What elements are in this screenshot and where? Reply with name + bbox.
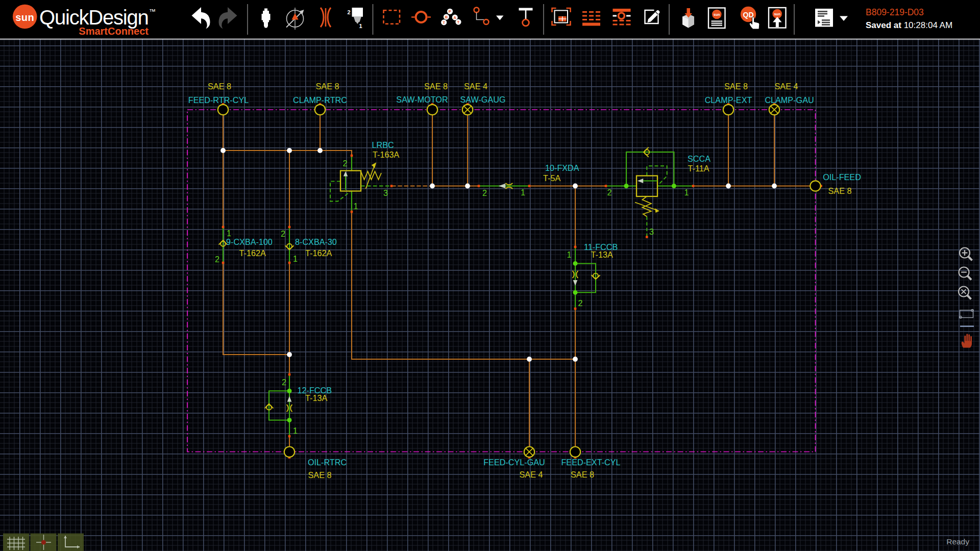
svg-text:2: 2 bbox=[282, 378, 286, 387]
svg-text:OIL-FEED: OIL-FEED bbox=[823, 172, 861, 182]
svg-text:SAE 8: SAE 8 bbox=[208, 82, 231, 91]
svg-text:2: 2 bbox=[215, 255, 219, 264]
svg-text:T-11A: T-11A bbox=[688, 164, 709, 173]
svg-text:OIL-RTRC: OIL-RTRC bbox=[308, 458, 347, 467]
svg-text:CLAMP-GAU: CLAMP-GAU bbox=[765, 95, 814, 105]
svg-text:sun: sun bbox=[15, 12, 34, 23]
svg-text:SAE 4: SAE 4 bbox=[464, 82, 487, 91]
svg-text:SAE 8: SAE 8 bbox=[424, 82, 448, 91]
svg-text:SAE 4: SAE 4 bbox=[775, 82, 798, 91]
svg-text:Ready: Ready bbox=[946, 537, 969, 546]
svg-text:SAE 8: SAE 8 bbox=[828, 186, 852, 195]
svg-text:T: T bbox=[443, 20, 445, 25]
svg-text:2: 2 bbox=[281, 229, 285, 238]
svg-text:SAE 8: SAE 8 bbox=[724, 82, 748, 91]
svg-text:1: 1 bbox=[293, 254, 298, 263]
svg-text:T-162A: T-162A bbox=[239, 248, 266, 258]
svg-text:SAE 8: SAE 8 bbox=[308, 470, 332, 480]
svg-text:SAE 8: SAE 8 bbox=[571, 470, 594, 479]
svg-text:sun: sun bbox=[774, 12, 780, 16]
svg-text:T-13A: T-13A bbox=[591, 250, 613, 259]
svg-text:9-CXBA-100: 9-CXBA-100 bbox=[226, 237, 273, 246]
svg-text:SAE 8: SAE 8 bbox=[316, 82, 339, 91]
svg-text:1: 1 bbox=[521, 188, 525, 197]
svg-text:SmartConnect: SmartConnect bbox=[79, 26, 149, 37]
svg-text:8-CXBA-30: 8-CXBA-30 bbox=[295, 237, 337, 246]
svg-text:2: 2 bbox=[482, 188, 487, 197]
svg-text:2: 2 bbox=[578, 298, 582, 308]
svg-text:T-163A: T-163A bbox=[373, 150, 399, 159]
svg-text:sun: sun bbox=[714, 13, 720, 16]
svg-text:1: 1 bbox=[293, 426, 298, 435]
svg-text:1: 1 bbox=[684, 188, 689, 197]
svg-text:3: 3 bbox=[383, 188, 388, 197]
svg-text:B: B bbox=[445, 15, 448, 19]
svg-text:Saved at 10:28:04 AM: Saved at 10:28:04 AM bbox=[866, 20, 952, 30]
svg-text:CLAMP-RTRC: CLAMP-RTRC bbox=[293, 95, 347, 105]
svg-text:LRBC: LRBC bbox=[372, 140, 394, 149]
svg-text:SAE 4: SAE 4 bbox=[520, 470, 543, 479]
svg-text:T-13A: T-13A bbox=[305, 393, 327, 403]
svg-text:P: P bbox=[449, 9, 452, 14]
svg-text:™: ™ bbox=[149, 8, 156, 15]
svg-text:SAW-GAUG: SAW-GAUG bbox=[460, 95, 505, 104]
svg-text:T: T bbox=[457, 20, 460, 24]
svg-text:10-FXDA: 10-FXDA bbox=[545, 163, 579, 172]
svg-text:1: 1 bbox=[359, 23, 362, 29]
svg-text:CLAMP-EXT: CLAMP-EXT bbox=[705, 95, 752, 105]
svg-text:2: 2 bbox=[342, 159, 347, 168]
svg-text:2: 2 bbox=[607, 188, 611, 197]
svg-text:2: 2 bbox=[347, 9, 350, 15]
svg-text:SCCA: SCCA bbox=[688, 154, 710, 163]
svg-text:1: 1 bbox=[567, 250, 571, 259]
svg-text:QuickDesign: QuickDesign bbox=[39, 6, 149, 29]
svg-text:B809-219-D03: B809-219-D03 bbox=[866, 7, 924, 17]
svg-text:FEED-CYL-GAU: FEED-CYL-GAU bbox=[483, 458, 545, 467]
svg-text:FEED-EXT-CYL: FEED-EXT-CYL bbox=[561, 458, 620, 467]
svg-text:1: 1 bbox=[227, 229, 231, 238]
svg-text:1: 1 bbox=[353, 202, 358, 211]
svg-text:FEED-RTR-CYL: FEED-RTR-CYL bbox=[188, 95, 249, 105]
svg-text:A: A bbox=[453, 15, 456, 20]
svg-text:3: 3 bbox=[649, 227, 654, 236]
svg-text:T-5A: T-5A bbox=[543, 173, 560, 183]
svg-text:T-162A: T-162A bbox=[305, 248, 332, 258]
svg-text:SAW-MOTOR: SAW-MOTOR bbox=[396, 95, 448, 104]
